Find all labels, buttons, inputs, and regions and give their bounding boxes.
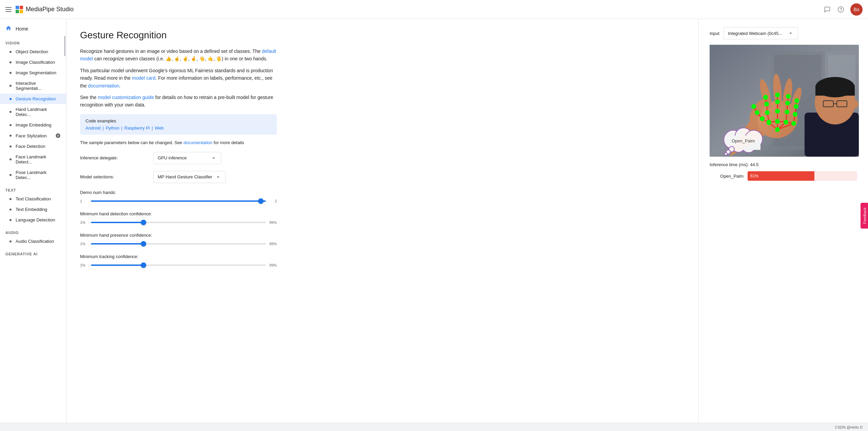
svg-point-56 bbox=[775, 99, 780, 104]
webcam-feed: Open_Palm bbox=[710, 45, 859, 157]
sidebar-item-pose-landmark[interactable]: Pose Landmark Detec... bbox=[0, 167, 66, 183]
sidebar-item-face-detection[interactable]: Face Detection bbox=[0, 141, 66, 152]
code-examples-links: Android | Python | Raspberry Pi | Web bbox=[85, 125, 271, 131]
model-selections-row: Model selections: MP Hand Gesture Classi… bbox=[80, 171, 277, 183]
logo-icon bbox=[16, 6, 23, 13]
status-text: CSDN @Hello D bbox=[835, 425, 863, 429]
svg-point-51 bbox=[765, 110, 770, 115]
documentation-link-1[interactable]: documentation bbox=[88, 83, 119, 89]
sidebar-item-interactive-segmentation[interactable]: Interactive Segmentati... bbox=[0, 78, 66, 94]
slider-tr-track[interactable] bbox=[91, 262, 266, 269]
android-link[interactable]: Android bbox=[85, 125, 101, 131]
svg-point-54 bbox=[775, 119, 780, 124]
inference-delegate-label: Inference delegate: bbox=[80, 155, 148, 160]
slider-hd-track[interactable] bbox=[91, 219, 266, 226]
svg-point-62 bbox=[791, 121, 796, 126]
svg-point-59 bbox=[785, 110, 789, 114]
input-dropdown[interactable]: Integrated Webcam (0c45... bbox=[724, 27, 798, 39]
help-icon[interactable] bbox=[837, 5, 845, 14]
slider-min-hd: 1% bbox=[80, 220, 88, 224]
section-generative-ai: GENERATIVE AI bbox=[0, 247, 66, 257]
sidebar-item-gesture-recognition[interactable]: Gesture Recognition bbox=[0, 94, 66, 104]
result-bar-fill: 61% bbox=[748, 171, 814, 181]
status-bar: CSDN @Hello D bbox=[0, 423, 868, 431]
result-bar-text: 61% bbox=[750, 174, 758, 178]
slider-hands-track[interactable] bbox=[91, 198, 266, 204]
demo-num-hands-slider: Demo num hands: 1 2 bbox=[80, 190, 277, 204]
inference-delegate-dropdown[interactable]: GPU inference bbox=[153, 152, 221, 164]
min-hand-detection-label: Minimum hand detection confidence: bbox=[80, 211, 277, 216]
description-2: This particular model underwent Google's… bbox=[80, 67, 277, 90]
svg-point-50 bbox=[767, 120, 771, 124]
svg-point-48 bbox=[755, 110, 759, 115]
inference-time: Inference time (ms): 44.5 bbox=[710, 162, 857, 167]
sidebar-item-image-classification[interactable]: Image Classification bbox=[0, 57, 66, 67]
params-description: The sample parameters below can be chang… bbox=[80, 140, 277, 145]
section-text: TEXT bbox=[0, 183, 66, 194]
sidebar-item-language-detection[interactable]: Language Detection bbox=[0, 215, 66, 225]
app-title: MediaPipe Studio bbox=[26, 6, 74, 13]
slider-max-hp: 99% bbox=[269, 242, 277, 246]
topbar-right: Bo bbox=[823, 3, 863, 16]
model-customization-link[interactable]: model customization guide bbox=[98, 95, 154, 100]
sidebar-item-face-stylization[interactable]: Face Stylization bbox=[0, 130, 66, 141]
svg-point-60 bbox=[785, 101, 790, 105]
raspberry-pi-link[interactable]: Raspberry Pi bbox=[124, 125, 150, 131]
slider-max-hd: 99% bbox=[269, 220, 277, 224]
svg-point-45 bbox=[775, 127, 780, 132]
svg-point-65 bbox=[794, 98, 799, 103]
model-card-link[interactable]: model card bbox=[132, 75, 155, 81]
svg-text:Open_Palm: Open_Palm bbox=[732, 138, 755, 143]
description-3: See the model customization guide for de… bbox=[80, 94, 277, 109]
sidebar-scrollbar[interactable] bbox=[64, 36, 65, 56]
slider-max-hands: 2 bbox=[269, 199, 277, 203]
input-label: Input bbox=[710, 31, 719, 36]
svg-point-0 bbox=[838, 6, 844, 12]
demo-num-hands-label: Demo num hands: bbox=[80, 190, 277, 195]
slider-hp-track[interactable] bbox=[91, 240, 266, 247]
sidebar-item-text-embedding[interactable]: Text Embedding bbox=[0, 204, 66, 215]
svg-point-55 bbox=[775, 109, 780, 114]
feedback-button[interactable]: Feedback bbox=[861, 202, 868, 228]
main-layout: Home VISION Object Detection Image Class… bbox=[0, 19, 868, 423]
avatar[interactable]: Bo bbox=[850, 3, 863, 16]
home-icon bbox=[5, 25, 12, 32]
section-audio: AUDIO bbox=[0, 225, 66, 236]
python-link[interactable]: Python bbox=[105, 125, 119, 131]
svg-point-52 bbox=[764, 102, 769, 106]
documentation-link-2[interactable]: documentation bbox=[184, 140, 212, 145]
svg-point-58 bbox=[784, 120, 788, 124]
sidebar-item-object-detection[interactable]: Object Detection bbox=[0, 46, 66, 57]
svg-point-1 bbox=[841, 11, 841, 11]
chat-icon[interactable] bbox=[823, 5, 831, 14]
sidebar: Home VISION Object Detection Image Class… bbox=[0, 19, 66, 423]
svg-point-64 bbox=[794, 104, 798, 109]
model-selections-dropdown[interactable]: MP Hand Gesture Classifier bbox=[153, 171, 226, 183]
svg-rect-12 bbox=[815, 85, 855, 96]
sidebar-item-hand-landmark[interactable]: Hand Landmark Detec... bbox=[0, 104, 66, 120]
min-hand-presence-label: Minimum hand presence confidence: bbox=[80, 233, 277, 238]
webcam-container: Open_Palm bbox=[710, 45, 859, 157]
min-tracking-slider: Minimum tracking confidence: 1% 99% bbox=[80, 254, 277, 269]
sidebar-item-text-classification[interactable]: Text Classification bbox=[0, 194, 66, 204]
svg-point-61 bbox=[786, 94, 791, 99]
svg-point-63 bbox=[793, 112, 797, 117]
slider-min-tr: 1% bbox=[80, 263, 88, 267]
sidebar-item-audio-classification[interactable]: Audio Classification bbox=[0, 236, 66, 247]
right-panel: Input Integrated Webcam (0c45... bbox=[698, 19, 868, 423]
model-selections-label: Model selections: bbox=[80, 174, 148, 179]
code-examples-title: Code examples bbox=[85, 118, 271, 123]
web-link[interactable]: Web bbox=[155, 125, 164, 131]
page-title: Gesture Recognition bbox=[80, 30, 685, 41]
home-label: Home bbox=[16, 26, 28, 32]
result-bar-container: 61% bbox=[748, 171, 857, 181]
sidebar-item-image-embedding[interactable]: Image Embedding bbox=[0, 120, 66, 130]
sidebar-home[interactable]: Home bbox=[0, 22, 66, 36]
sidebar-item-image-segmentation[interactable]: Image Segmentation bbox=[0, 67, 66, 78]
min-hand-detection-slider: Minimum hand detection confidence: 1% 99… bbox=[80, 211, 277, 226]
result-row: Open_Palm 61% bbox=[710, 171, 857, 181]
sidebar-item-face-landmark[interactable]: Face Landmark Detect... bbox=[0, 152, 66, 167]
content-area: Gesture Recognition Recognize hand gestu… bbox=[66, 19, 698, 423]
svg-point-53 bbox=[763, 95, 768, 100]
menu-icon[interactable] bbox=[5, 7, 12, 12]
